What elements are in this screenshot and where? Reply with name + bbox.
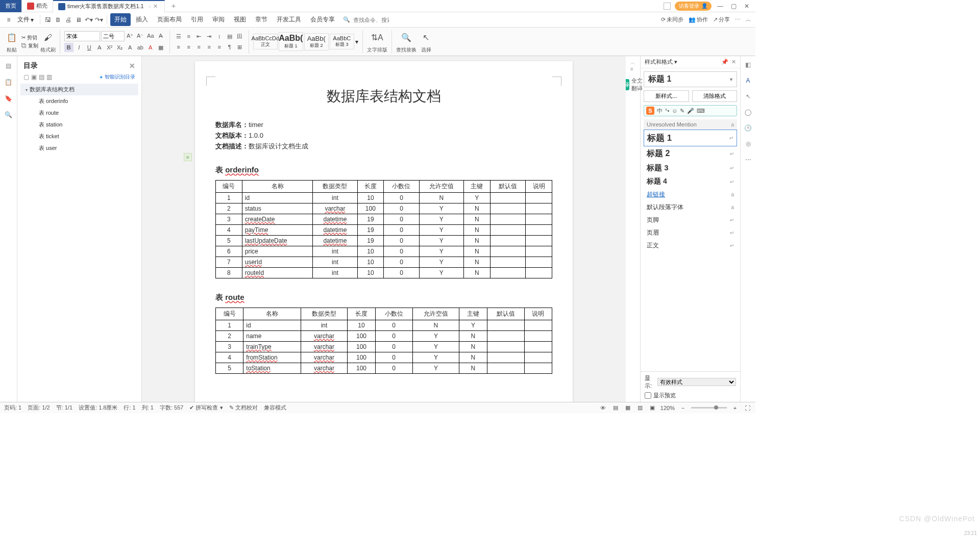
style-row[interactable]: Unresolved Mentiona bbox=[644, 119, 737, 130]
menu-tab-member[interactable]: 会员专享 bbox=[306, 13, 339, 26]
italic-icon[interactable]: I bbox=[75, 43, 84, 52]
win-close-icon[interactable]: ✕ bbox=[742, 3, 751, 10]
ime-emoji-icon[interactable]: ☺ bbox=[672, 108, 677, 114]
view-read-icon[interactable]: ▣ bbox=[648, 404, 656, 411]
menu-tab-review[interactable]: 审阅 bbox=[208, 13, 229, 26]
win-min-icon[interactable]: — bbox=[716, 3, 725, 10]
zoom-in-icon[interactable]: + bbox=[731, 405, 739, 411]
font-combo[interactable] bbox=[64, 31, 100, 41]
ime-skin-icon[interactable]: ✎ bbox=[680, 108, 684, 114]
more-icon[interactable]: ⋯ bbox=[744, 155, 753, 164]
copy-button[interactable]: ⿻ 复制 bbox=[21, 42, 38, 49]
paragraph-icon[interactable]: ¶ bbox=[225, 42, 234, 52]
ime-mic-icon[interactable]: 🎤 bbox=[687, 108, 694, 114]
collab-button[interactable]: 👥 协作 bbox=[689, 16, 708, 23]
grow-font-icon[interactable]: A⁺ bbox=[126, 31, 135, 40]
share-button[interactable]: ↗ 分享 bbox=[713, 16, 730, 23]
toc-tool-icon[interactable]: ▣ bbox=[31, 73, 37, 81]
size-combo[interactable] bbox=[101, 31, 125, 41]
textdir-group[interactable]: ⇅A文字排版 bbox=[367, 30, 387, 54]
menu-tab-insert[interactable]: 插入 bbox=[132, 13, 152, 26]
case-icon[interactable]: Aa bbox=[146, 31, 155, 40]
more-icon[interactable]: ⋯ bbox=[735, 16, 741, 23]
linespace-icon[interactable]: ↕ bbox=[215, 32, 224, 41]
tab-add-button[interactable]: ＋ bbox=[165, 2, 182, 11]
clear-format-button[interactable]: 清除格式 bbox=[692, 90, 738, 102]
sync-status[interactable]: ⟳ 未同步 bbox=[661, 16, 683, 23]
toc-item[interactable]: 表 orderinfo bbox=[20, 95, 138, 107]
hamburger-icon[interactable]: ≡ bbox=[4, 15, 13, 24]
cut-button[interactable]: ✂ 剪切 bbox=[21, 34, 38, 41]
search-input[interactable] bbox=[353, 17, 389, 23]
style-more-icon[interactable]: ▾ bbox=[355, 38, 358, 45]
style-row[interactable]: 页眉↵ bbox=[644, 226, 737, 239]
sb-col[interactable]: 列: 1 bbox=[142, 404, 154, 412]
view-web-icon[interactable]: ▦ bbox=[624, 404, 632, 411]
style-row[interactable]: 标题 1↵ bbox=[644, 130, 737, 146]
distribute-icon[interactable]: ≡ bbox=[215, 42, 224, 52]
command-search[interactable]: 🔍 bbox=[343, 16, 389, 23]
font-color-icon[interactable]: A bbox=[146, 43, 155, 52]
paste-icon[interactable]: 📋 bbox=[4, 30, 19, 45]
preview-checkbox[interactable] bbox=[645, 392, 651, 399]
new-style-button[interactable]: 新样式... bbox=[644, 90, 689, 102]
cursor-icon[interactable]: ↖ bbox=[744, 92, 753, 101]
style-row[interactable]: 标题 2↵ bbox=[644, 146, 737, 161]
bookmark-icon[interactable]: 🔖 bbox=[4, 94, 13, 103]
style-row[interactable]: 标题 4↵ bbox=[644, 175, 737, 188]
highlight-icon[interactable]: ab bbox=[136, 43, 145, 52]
menu-tab-ref[interactable]: 引用 bbox=[187, 13, 207, 26]
toc-auto-recognize[interactable]: ✦智能识别目录 bbox=[99, 73, 135, 81]
document-area[interactable]: ≡ 数据库表结构文档 数据库名：timer文档版本：1.0.0文档描述：数据库设… bbox=[142, 56, 626, 402]
style-row[interactable]: 页脚↵ bbox=[644, 214, 737, 226]
toc-item[interactable]: 表 station bbox=[20, 119, 138, 131]
style-tool-icon[interactable]: A bbox=[744, 76, 753, 85]
superscript-icon[interactable]: X² bbox=[105, 43, 114, 52]
shape-icon[interactable]: ◯ bbox=[744, 108, 753, 117]
style-normal[interactable]: AaBbCcDd正文 bbox=[253, 34, 278, 49]
toc-tool-icon[interactable]: ▤ bbox=[39, 73, 44, 81]
menu-tab-view[interactable]: 视图 bbox=[230, 13, 250, 26]
sb-compat[interactable]: 兼容模式 bbox=[264, 404, 286, 412]
print-preview-icon[interactable]: 🖥 bbox=[74, 15, 83, 24]
eye-icon[interactable]: 👁 bbox=[599, 405, 607, 411]
style-row[interactable]: 默认段落字体a bbox=[644, 201, 737, 214]
page-mark-icon[interactable]: ≡ bbox=[184, 153, 192, 161]
shading-icon[interactable]: ▤ bbox=[225, 32, 234, 41]
view-page-icon[interactable]: ▤ bbox=[611, 404, 620, 411]
style-h3[interactable]: AaBbC标题 3 bbox=[330, 34, 354, 49]
tab-close-icon[interactable]: ✕ bbox=[153, 3, 159, 10]
align-right-icon[interactable]: ≡ bbox=[194, 42, 204, 52]
subscript-icon[interactable]: X₂ bbox=[115, 43, 125, 52]
clear-format-icon[interactable]: A̶ bbox=[156, 31, 165, 40]
borders-icon[interactable]: 田 bbox=[235, 32, 244, 41]
undo-icon[interactable]: ↶▾ bbox=[84, 15, 93, 24]
print-icon[interactable]: 🖨 bbox=[64, 15, 73, 24]
win-restore-icon[interactable]: ▢ bbox=[729, 3, 738, 10]
style-row[interactable]: 超链接a bbox=[644, 188, 737, 201]
align-left-icon[interactable]: ≡ bbox=[174, 42, 183, 52]
strike-icon[interactable]: A̵ bbox=[95, 43, 104, 52]
ime-toolbar[interactable]: S 中 °• ☺ ✎ 🎤 ⌨ bbox=[644, 105, 737, 116]
toolbox-icon[interactable]: ◧ bbox=[744, 60, 753, 69]
redo-icon[interactable]: ↷▾ bbox=[94, 15, 104, 24]
clock-icon[interactable]: 🕒 bbox=[744, 123, 753, 133]
panel-close-icon[interactable]: ✕ bbox=[731, 59, 736, 65]
style-row[interactable]: 标题 3↵ bbox=[644, 161, 737, 175]
toc-root[interactable]: 数据库表结构文档 bbox=[20, 84, 138, 95]
sb-section[interactable]: 节: 1/1 bbox=[56, 404, 72, 412]
menu-tab-start[interactable]: 开始 bbox=[110, 13, 131, 26]
grid-icon[interactable] bbox=[664, 3, 671, 10]
font-effect-icon[interactable]: A bbox=[126, 43, 135, 52]
fullscreen-icon[interactable]: ⛶ bbox=[743, 405, 751, 411]
shrink-font-icon[interactable]: A⁻ bbox=[136, 31, 145, 40]
tabs-icon[interactable]: ⊞ bbox=[235, 42, 244, 52]
clipboard-icon[interactable]: 📋 bbox=[4, 78, 13, 87]
style-row[interactable]: 正文↵ bbox=[644, 239, 737, 252]
sb-proof[interactable]: ✎ 文档校对 bbox=[229, 404, 258, 412]
bold-icon[interactable]: B bbox=[64, 43, 74, 52]
select-group[interactable]: ↖选择 bbox=[419, 30, 434, 54]
menu-tab-section[interactable]: 章节 bbox=[251, 13, 272, 26]
zoom-out-icon[interactable]: − bbox=[679, 405, 687, 411]
toc-close-icon[interactable]: ✕ bbox=[129, 62, 135, 70]
